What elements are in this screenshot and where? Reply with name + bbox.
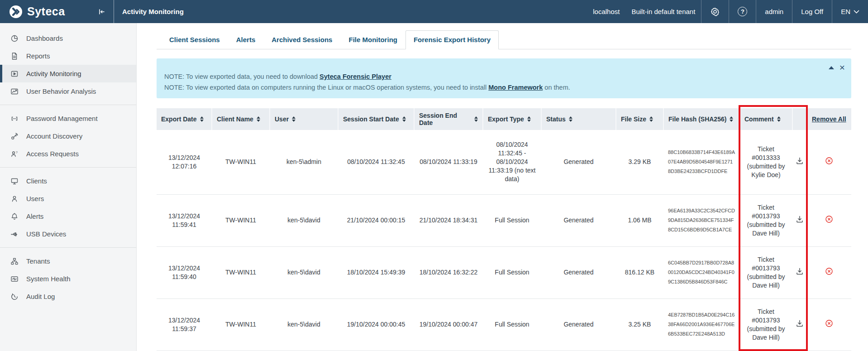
table-row: 13/12/2024 11:59:40 TW-WIN11 ken-5\david… bbox=[157, 246, 851, 298]
column-header-comment[interactable]: Comment bbox=[739, 108, 792, 130]
column-header-export-type[interactable]: Export Type bbox=[483, 108, 541, 130]
remove-export-button[interactable] bbox=[825, 215, 833, 223]
sidebar-item-user-behavior-analysis[interactable]: User Behavior Analysis bbox=[0, 82, 136, 100]
client-name-cell: TW-WIN11 bbox=[212, 246, 270, 298]
comment-cell: Ticket #0013793 (submitted by Dave Hill) bbox=[739, 298, 792, 351]
mono-framework-link[interactable]: Mono Framework bbox=[488, 84, 543, 91]
note-line-1: NOTE: To view exported data, you need to… bbox=[164, 71, 833, 82]
svg-text:?: ? bbox=[16, 150, 18, 154]
session-start-cell: 19/10/2024 00:00:45 bbox=[338, 298, 414, 351]
column-header-export-date[interactable]: Export Date bbox=[157, 108, 212, 130]
report-document-icon bbox=[10, 52, 19, 60]
sidebar-item-users[interactable]: Users bbox=[0, 190, 136, 207]
sidebar-item-dashboards[interactable]: Dashboards bbox=[0, 29, 136, 47]
sidebar-collapse-icon[interactable] bbox=[95, 6, 107, 18]
sort-icon[interactable] bbox=[649, 116, 653, 122]
page-title: Activity Monitoring bbox=[122, 0, 184, 23]
download-export-button[interactable] bbox=[796, 215, 804, 223]
column-header-download bbox=[792, 108, 807, 130]
column-header-session-start-date[interactable]: Session Start Date bbox=[338, 108, 414, 130]
sort-icon[interactable] bbox=[777, 116, 781, 122]
sidebar-item-access-requests[interactable]: ? Access Requests bbox=[0, 145, 136, 163]
remove-all-link[interactable]: Remove All bbox=[812, 115, 846, 123]
download-export-button[interactable] bbox=[796, 157, 804, 165]
sort-icon[interactable] bbox=[527, 116, 531, 122]
remove-export-button[interactable] bbox=[825, 157, 833, 165]
tab-file-monitoring[interactable]: File Monitoring bbox=[340, 30, 405, 49]
session-end-cell: 19/10/2024 00:00:47 bbox=[414, 298, 483, 351]
language-selector[interactable]: EN bbox=[832, 0, 868, 23]
column-header-status[interactable]: Status bbox=[541, 108, 616, 130]
sidebar-item-clients[interactable]: Clients bbox=[0, 172, 136, 190]
column-header-session-end-date[interactable]: Session End Date bbox=[414, 108, 483, 130]
sidebar-item-account-discovery[interactable]: Account Discovery bbox=[0, 127, 136, 145]
sidebar-item-password-management[interactable]: Password Management bbox=[0, 110, 136, 127]
sidebar-item-label: Dashboards bbox=[26, 34, 63, 42]
sort-icon[interactable] bbox=[200, 116, 204, 122]
tab-forensic-export-history[interactable]: Forensic Export History bbox=[405, 30, 499, 49]
tab-alerts[interactable]: Alerts bbox=[228, 30, 264, 49]
sidebar-item-reports[interactable]: Reports bbox=[0, 47, 136, 65]
sidebar-item-system-health[interactable]: System Health bbox=[0, 270, 136, 288]
tab-archived-sessions[interactable]: Archived Sessions bbox=[263, 30, 340, 49]
column-header-file-size[interactable]: File Size bbox=[616, 108, 663, 130]
status-cell: Generated bbox=[541, 298, 616, 351]
sidebar-item-audit-log[interactable]: Audit Log bbox=[0, 288, 136, 305]
sidebar-item-label: Account Discovery bbox=[26, 132, 82, 140]
sort-icon[interactable] bbox=[402, 116, 406, 122]
sort-icon[interactable] bbox=[292, 116, 296, 122]
download-export-button[interactable] bbox=[796, 319, 804, 327]
note-line-2: NOTE: To view exported data on computers… bbox=[164, 82, 833, 93]
sidebar-item-alerts[interactable]: Alerts bbox=[0, 207, 136, 225]
status-cell: Generated bbox=[541, 246, 616, 298]
collapse-note-icon[interactable] bbox=[829, 66, 834, 69]
user-cell: ken-5\admin bbox=[270, 130, 338, 194]
user-cell: ken-5\david bbox=[270, 246, 338, 298]
column-header-remove-all: Remove All bbox=[807, 108, 851, 130]
logoff-button[interactable]: Log Off bbox=[792, 0, 832, 23]
dashboards-icon bbox=[10, 34, 19, 43]
host-label: localhost bbox=[587, 0, 625, 23]
remove-export-button[interactable] bbox=[825, 319, 833, 327]
download-export-button[interactable] bbox=[796, 267, 804, 275]
file-size-cell: 1.06 MB bbox=[616, 194, 663, 246]
download-icon bbox=[796, 157, 804, 165]
forensic-player-link[interactable]: Syteca Forensic Player bbox=[320, 73, 391, 80]
column-header-file-hash[interactable]: File Hash (SHA256) bbox=[663, 108, 739, 130]
sidebar-item-label: Clients bbox=[26, 177, 47, 185]
user-cell: ken-5\david bbox=[270, 194, 338, 246]
client-name-cell: TW-WIN11 bbox=[212, 130, 270, 194]
sort-icon[interactable] bbox=[569, 116, 572, 122]
client-name-cell: TW-WIN11 bbox=[212, 298, 270, 351]
sort-icon[interactable] bbox=[474, 116, 478, 122]
download-icon bbox=[796, 267, 804, 275]
sidebar-item-activity-monitoring[interactable]: Activity Monitoring bbox=[0, 65, 136, 82]
sort-icon[interactable] bbox=[257, 116, 260, 122]
health-pulse-icon bbox=[10, 275, 19, 283]
user-icon bbox=[10, 195, 19, 203]
bell-icon bbox=[10, 212, 19, 221]
status-cell: Generated bbox=[541, 130, 616, 194]
export-date-cell: 13/12/2024 11:59:40 bbox=[157, 246, 212, 298]
user-menu[interactable]: admin bbox=[756, 0, 792, 23]
sidebar-item-label: System Health bbox=[26, 275, 71, 283]
column-header-client-name[interactable]: Client Name bbox=[212, 108, 270, 130]
remove-circle-icon bbox=[825, 215, 833, 223]
sidebar-item-label: Password Management bbox=[26, 115, 98, 122]
sidebar-item-tenants[interactable]: Tenants bbox=[0, 252, 136, 270]
sort-icon[interactable] bbox=[730, 116, 733, 122]
audit-history-icon bbox=[10, 293, 19, 301]
file-size-cell: 816.12 KB bbox=[616, 246, 663, 298]
settings-button[interactable] bbox=[701, 0, 729, 23]
export-date-cell: 13/12/2024 11:59:41 bbox=[157, 194, 212, 246]
help-button[interactable]: ? bbox=[729, 0, 756, 23]
brand-section: Syteca bbox=[0, 0, 114, 23]
remove-circle-icon bbox=[825, 157, 833, 165]
remove-export-button[interactable] bbox=[825, 267, 833, 275]
discovery-key-icon bbox=[10, 132, 19, 140]
tab-client-sessions[interactable]: Client Sessions bbox=[161, 30, 228, 49]
close-note-icon[interactable]: × bbox=[839, 64, 845, 71]
help-icon: ? bbox=[738, 7, 747, 16]
sidebar-item-usb-devices[interactable]: USB Devices bbox=[0, 225, 136, 243]
column-header-user[interactable]: User bbox=[270, 108, 338, 130]
